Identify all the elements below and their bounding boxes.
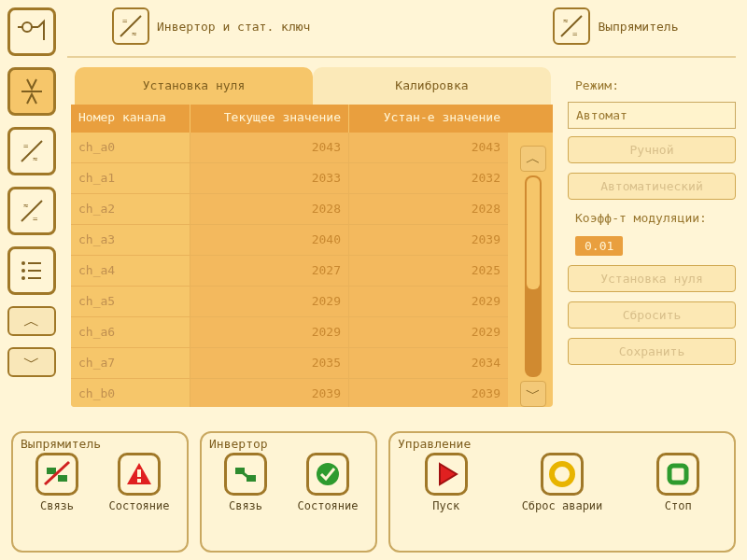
tab-calib[interactable]: Калибровка [313,67,551,105]
svg-point-33 [552,464,572,484]
mode-rectifier[interactable]: ≈= Выпрямитель [553,7,678,45]
table-row[interactable]: ch_b020392039 [71,379,553,407]
table-row[interactable]: ch_a720352034 [71,348,553,379]
table-row[interactable]: ch_a620292029 [71,317,553,348]
svg-marker-32 [440,464,457,484]
svg-rect-26 [137,469,141,477]
cell-set: 2039 [349,379,508,407]
btn-setzero[interactable]: Установка нуля [568,265,736,292]
col-set: Устан-е значение [349,105,508,133]
nav-schematic[interactable] [7,7,56,56]
nav-zero[interactable] [7,67,56,116]
chevron-down-icon: ﹀ [526,385,541,404]
stop-icon [656,453,699,496]
cell-set: 2028 [349,194,508,225]
btn-stop[interactable]: Стоп [641,453,714,512]
btn-manual[interactable]: Ручной [568,136,736,163]
link-error-icon [35,453,78,496]
table-row[interactable]: ch_a220282028 [71,194,553,225]
inv-state-label: Состояние [297,499,358,512]
rect-state[interactable]: Состояние [103,453,176,512]
svg-text:=: = [23,141,29,150]
nav-inv2[interactable]: =≈ [7,127,56,175]
svg-rect-22 [47,468,56,474]
chevron-down-icon: ﹀ [23,351,40,373]
table-row[interactable]: ch_a120332032 [71,163,553,194]
cell-cur: 2029 [190,287,349,317]
rect-state-label: Состояние [108,499,169,512]
subtabs: Установка нуля Калибровка [75,67,551,105]
coef-value: 0.01 [575,236,623,256]
btn-auto[interactable]: Автоматический [568,173,736,200]
btn-reset[interactable]: Сбросить [568,301,736,329]
svg-text:≈: ≈ [132,29,137,38]
table-scrollbar: ︿ ﹀ [519,146,547,407]
btn-reset-alarm-label: Сброс аварии [522,499,603,512]
inv-link-label: Связь [229,499,262,512]
cell-cur: 2040 [190,225,349,256]
link-ok-icon [224,453,267,496]
play-icon [425,453,468,496]
group-inverter: Инвертор Связь Состояние [200,431,377,553]
inv-state[interactable]: Состояние [291,453,364,512]
nav-up[interactable]: ︿ [7,306,56,336]
inverter-small-icon: =≈ [20,139,44,163]
ok-icon [306,453,349,496]
svg-point-20 [21,276,25,280]
btn-start-label: Пуск [432,499,459,512]
schematic-icon [18,18,46,46]
rectifier-icon: ≈= [553,7,590,45]
cell-ch: ch_b0 [71,379,190,407]
side-nav: =≈ ≈= ︿ ﹀ [7,7,60,377]
tab-zero[interactable]: Установка нуля [75,67,313,105]
cell-ch: ch_a4 [71,256,190,287]
table-row[interactable]: ch_a320402039 [71,225,553,256]
btn-reset-alarm[interactable]: Сброс аварии [515,453,609,512]
right-panel: Режим: Автомат Ручной Автоматический Коэ… [568,75,736,367]
cell-ch: ch_a6 [71,317,190,348]
mode-inverter-label: Инвертор и стат. ключ [157,20,310,34]
align-center-icon [18,77,46,105]
table-body: ch_a020432043ch_a120332032ch_a220282028c… [71,133,553,407]
col-channel: Номер канала [71,105,190,133]
btn-stop-label: Стоп [665,499,692,512]
channel-table: Номер канала Текущее значение Устан-е зн… [71,105,553,407]
nav-list[interactable] [7,246,56,295]
rect-link[interactable]: Связь [21,453,93,512]
mode-inverter[interactable]: =≈ Инвертор и стат. ключ [112,7,310,45]
rect-link-label: Связь [40,499,74,512]
nav-down[interactable]: ﹀ [7,347,56,377]
btn-save[interactable]: Сохранить [568,338,736,365]
table-row[interactable]: ch_a020432043 [71,133,553,163]
table-header: Номер канала Текущее значение Устан-е зн… [71,105,553,133]
cell-ch: ch_a0 [71,133,190,163]
table-row[interactable]: ch_a420272025 [71,256,553,287]
cell-ch: ch_a1 [71,163,190,194]
cell-cur: 2029 [190,317,349,348]
scroll-thumb[interactable] [527,177,540,289]
list-icon [19,258,45,284]
chevron-up-icon: ︿ [23,310,40,332]
svg-rect-27 [137,479,141,483]
cell-cur: 2039 [190,379,349,407]
scroll-down[interactable]: ﹀ [520,381,546,407]
inv-link[interactable]: Связь [209,453,282,512]
btn-start[interactable]: Пуск [410,453,483,512]
group-control-title: Управление [398,437,726,451]
svg-text:≈: ≈ [33,154,38,163]
mode-label: Режим: [568,75,736,96]
cell-set: 2029 [349,287,508,317]
cell-cur: 2043 [190,133,349,163]
rectifier-small-icon: ≈= [20,199,44,223]
divider [67,56,736,58]
scroll-up[interactable]: ︿ [520,146,546,172]
mode-value: Автомат [568,102,736,129]
cell-ch: ch_a5 [71,287,190,317]
svg-text:=: = [572,29,578,38]
cell-cur: 2035 [190,348,349,379]
scroll-track[interactable] [525,175,542,377]
chevron-up-icon: ︿ [526,149,541,169]
table-row[interactable]: ch_a520292029 [71,287,553,317]
group-rectifier: Выпрямитель Связь Состояние [11,431,189,553]
nav-rect2[interactable]: ≈= [7,187,56,235]
